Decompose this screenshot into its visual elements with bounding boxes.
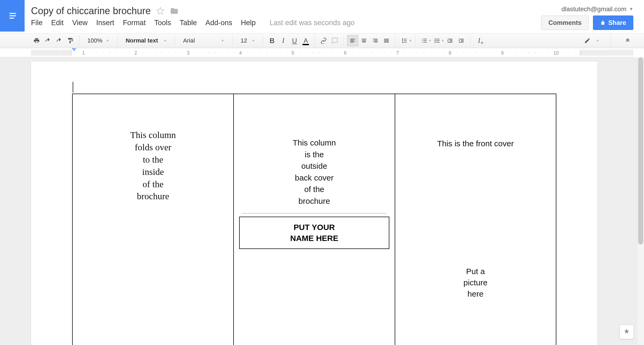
underline-button[interactable]: U [289,35,300,46]
brochure-table[interactable]: This column folds over to the inside of … [72,94,556,345]
text-line: of the [239,183,389,195]
svg-rect-1 [10,15,16,16]
font-dropdown[interactable]: Arial ▼ [178,35,229,46]
text-line: here [401,288,550,300]
text-line: to the [78,154,228,166]
chevron-down-icon: ▼ [629,7,633,11]
text-line: PUT YOUR [242,222,386,233]
ruler-number: 6 [344,50,347,55]
explore-button[interactable] [619,325,634,339]
menu-edit[interactable]: Edit [51,19,64,27]
svg-point-5 [434,42,436,43]
title-row: Copy of chiccarine brochure [31,5,179,17]
undo-button[interactable] [42,35,53,46]
lock-icon [600,20,606,25]
menu-format[interactable]: Format [123,19,146,27]
font-value: Arial [183,37,195,44]
document-page[interactable]: This column folds over to the inside of … [31,62,598,345]
vertical-scrollbar[interactable] [637,57,644,345]
chevron-down-icon: ▼ [252,39,255,43]
ruler-number: 5 [292,50,294,55]
share-button-label: Share [608,19,626,26]
text-line: back cover [239,172,389,184]
ruler-number: 9 [501,50,504,55]
editing-mode-button[interactable] [582,35,593,46]
chevron-down-icon: ▼ [596,39,599,43]
horizontal-ruler[interactable]: 12345678910 [0,48,633,57]
account-bar[interactable]: dlastutech@gmail.com ▼ [561,5,633,13]
menu-tools[interactable]: Tools [154,19,171,27]
toolbar-right: ▼ [582,33,633,48]
svg-point-4 [434,40,436,41]
menu-view[interactable]: View [72,19,88,27]
paragraph-style-value: Normal text [126,37,158,44]
svg-rect-0 [10,13,16,14]
ruler-number: 2 [134,50,137,55]
redo-button[interactable] [53,35,65,46]
align-right-button[interactable] [370,35,381,46]
folder-icon[interactable] [170,7,179,15]
insert-comment-button[interactable] [329,35,340,46]
text-line: This column [239,137,389,149]
italic-button[interactable]: I [278,35,289,46]
bold-button[interactable]: B [266,35,278,46]
col3-title[interactable]: This is the front cover [401,139,550,148]
comments-button-label: Comments [548,19,581,26]
align-left-button[interactable] [347,35,358,46]
menu-addons[interactable]: Add-ons [205,19,232,27]
increase-indent-button[interactable] [456,35,467,46]
chevron-down-icon: ▼ [221,39,224,43]
menu-insert[interactable]: Insert [96,19,114,27]
horizontal-rule [242,213,386,213]
ruler-number: 7 [396,50,399,55]
scrollbar-thumb[interactable] [638,57,643,244]
text-cursor [73,82,73,93]
clear-formatting-button[interactable]: I✕ [474,35,485,46]
col1-text[interactable]: This column folds over to the inside of … [78,129,228,202]
col2-text[interactable]: This column is the outside back cover of… [239,137,389,207]
line-spacing-button[interactable] [399,35,410,46]
collapse-toolbar-button[interactable] [622,35,633,46]
align-justify-button[interactable] [381,35,392,46]
paragraph-style-dropdown[interactable]: Normal text ▼ [121,35,172,46]
text-line: outside [239,160,389,172]
menu-file[interactable]: File [31,19,43,27]
print-button[interactable] [31,35,42,46]
zoom-value: 100% [87,37,102,44]
account-email: dlastutech@gmail.com [561,5,626,13]
star-icon[interactable] [156,7,165,15]
document-work-area[interactable]: This column folds over to the inside of … [0,57,644,345]
ruler-number: 10 [553,50,559,55]
docs-logo[interactable] [0,0,25,32]
ruler-number: 1 [82,50,85,55]
text-line: brochure [239,195,389,207]
menu-table[interactable]: Table [180,19,197,27]
name-box[interactable]: PUT YOUR NAME HERE [239,217,389,249]
docs-icon [7,10,18,21]
decrease-indent-button[interactable] [444,35,456,46]
paint-format-button[interactable] [65,35,76,46]
text-color-button[interactable]: A [300,35,311,46]
chevron-down-icon: ▼ [106,39,109,43]
ruler-number: 4 [239,50,242,55]
brochure-col-3[interactable]: This is the front cover Put a picture he… [395,94,556,345]
menu-help[interactable]: Help [241,19,256,27]
zoom-dropdown[interactable]: 100% ▼ [83,35,114,46]
share-button[interactable]: Share [593,16,633,30]
brochure-col-1[interactable]: This column folds over to the inside of … [72,94,234,345]
insert-link-button[interactable] [318,35,329,46]
explore-icon [623,328,630,336]
brochure-col-2[interactable]: This column is the outside back cover of… [234,94,395,345]
align-center-button[interactable] [358,35,370,46]
text-line: of the [78,178,228,190]
col3-picture-placeholder[interactable]: Put a picture here [401,266,550,300]
svg-point-3 [434,39,436,40]
text-line: This column [78,129,228,141]
font-size-value: 12 [240,37,247,44]
doc-title[interactable]: Copy of chiccarine brochure [31,5,151,17]
comments-button[interactable]: Comments [541,16,589,30]
text-line: NAME HERE [242,233,386,244]
chevron-down-icon: ▼ [441,39,444,43]
last-edit-text[interactable]: Last edit was seconds ago [270,19,355,27]
font-size-dropdown[interactable]: 12 ▼ [236,35,260,46]
